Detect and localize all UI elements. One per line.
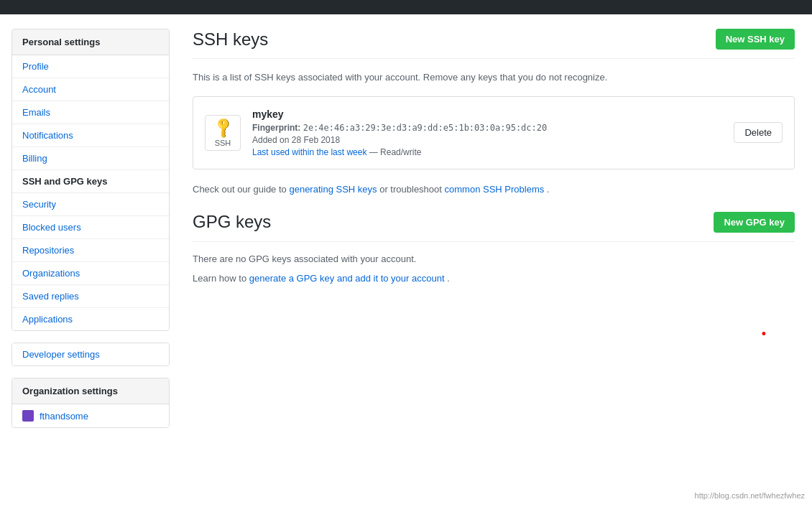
sidebar-item-developer-settings[interactable]: Developer settings bbox=[12, 343, 169, 366]
gpg-section-title: GPG keys bbox=[193, 212, 271, 232]
key-info: mykey Fingerprint: 2e:4e:46:a3:29:3e:d3:… bbox=[252, 108, 722, 157]
org-label: fthandsome bbox=[40, 411, 88, 422]
generating-ssh-keys-link[interactable]: generating SSH keys bbox=[289, 184, 377, 195]
sidebar-item-saved-replies[interactable]: Saved replies bbox=[12, 285, 169, 308]
learn-prefix: Learn how to bbox=[193, 273, 246, 284]
page-wrapper: Personal settings Profile Account Emails… bbox=[0, 14, 812, 507]
ssh-section-header: SSH keys New SSH key bbox=[193, 29, 795, 59]
personal-settings-title: Personal settings bbox=[12, 29, 169, 55]
key-name: mykey bbox=[252, 108, 722, 120]
help-prefix: Check out our guide to bbox=[193, 184, 287, 195]
last-used-suffix: — Read/write bbox=[369, 147, 422, 157]
key-added-date: Added on 28 Feb 2018 bbox=[252, 135, 722, 145]
sidebar-item-blocked-users[interactable]: Blocked users bbox=[12, 216, 169, 239]
delete-key-button[interactable]: Delete bbox=[734, 122, 783, 143]
gpg-section: GPG keys New GPG key There are no GPG ke… bbox=[193, 212, 795, 284]
gpg-empty-text: There are no GPG keys associated with yo… bbox=[193, 254, 795, 264]
top-navbar bbox=[0, 0, 812, 14]
ssh-section-title: SSH keys bbox=[193, 29, 268, 50]
fingerprint-value: 2e:4e:46:a3:29:3e:d3:a9:dd:e5:1b:03:0a:9… bbox=[303, 123, 548, 133]
common-ssh-problems-link[interactable]: common SSH Problems bbox=[445, 184, 545, 195]
sidebar-item-repositories[interactable]: Repositories bbox=[12, 239, 169, 262]
key-last-used: Last used within the last week — Read/wr… bbox=[252, 147, 722, 157]
help-middle: or troubleshoot bbox=[379, 184, 442, 195]
gpg-learn-text: Learn how to generate a GPG key and add … bbox=[193, 273, 795, 284]
ssh-key-card: 🔑 SSH mykey Fingerprint: 2e:4e:46:a3:29:… bbox=[193, 96, 795, 169]
key-icon: 🔑 bbox=[211, 114, 236, 139]
sidebar-item-notifications[interactable]: Notifications bbox=[12, 124, 169, 147]
ssh-description: This is a list of SSH keys associated wi… bbox=[193, 70, 795, 85]
main-content: SSH keys New SSH key This is a list of S… bbox=[187, 29, 801, 493]
key-fingerprint: Fingerprint: 2e:4e:46:a3:29:3e:d3:a9:dd:… bbox=[252, 123, 722, 133]
org-icon bbox=[22, 410, 34, 422]
help-suffix: . bbox=[547, 184, 550, 195]
sidebar-item-security[interactable]: Security bbox=[12, 193, 169, 216]
new-ssh-key-button[interactable]: New SSH key bbox=[716, 29, 795, 50]
sidebar-item-account[interactable]: Account bbox=[12, 78, 169, 101]
developer-settings-section: Developer settings bbox=[11, 343, 170, 366]
sidebar-item-applications[interactable]: Applications bbox=[12, 308, 169, 330]
sidebar-item-billing[interactable]: Billing bbox=[12, 147, 169, 170]
watermark: http://blog.csdn.net/fwhezfwhez bbox=[695, 491, 805, 500]
learn-suffix: . bbox=[447, 273, 450, 284]
sidebar-item-org-fthandsome[interactable]: fthandsome bbox=[12, 404, 169, 427]
sidebar: Personal settings Profile Account Emails… bbox=[11, 29, 170, 493]
sidebar-item-emails[interactable]: Emails bbox=[12, 101, 169, 124]
sidebar-item-ssh-gpg-keys[interactable]: SSH and GPG keys bbox=[12, 170, 169, 193]
new-gpg-key-button[interactable]: New GPG key bbox=[714, 212, 795, 233]
gpg-learn-link[interactable]: generate a GPG key and add it to your ac… bbox=[249, 273, 445, 284]
organization-settings-title: Organization settings bbox=[12, 378, 169, 404]
ssh-badge: 🔑 SSH bbox=[205, 115, 241, 151]
sidebar-item-profile[interactable]: Profile bbox=[12, 55, 169, 78]
gpg-section-header: GPG keys New GPG key bbox=[193, 212, 795, 242]
personal-settings-section: Personal settings Profile Account Emails… bbox=[11, 29, 170, 331]
fingerprint-label: Fingerprint: bbox=[252, 123, 303, 133]
sidebar-item-organizations[interactable]: Organizations bbox=[12, 262, 169, 285]
ssh-help-text: Check out our guide to generating SSH ke… bbox=[193, 184, 795, 195]
last-used-text: Last used within the last week bbox=[252, 147, 366, 157]
organization-settings-section: Organization settings fthandsome bbox=[11, 378, 170, 428]
